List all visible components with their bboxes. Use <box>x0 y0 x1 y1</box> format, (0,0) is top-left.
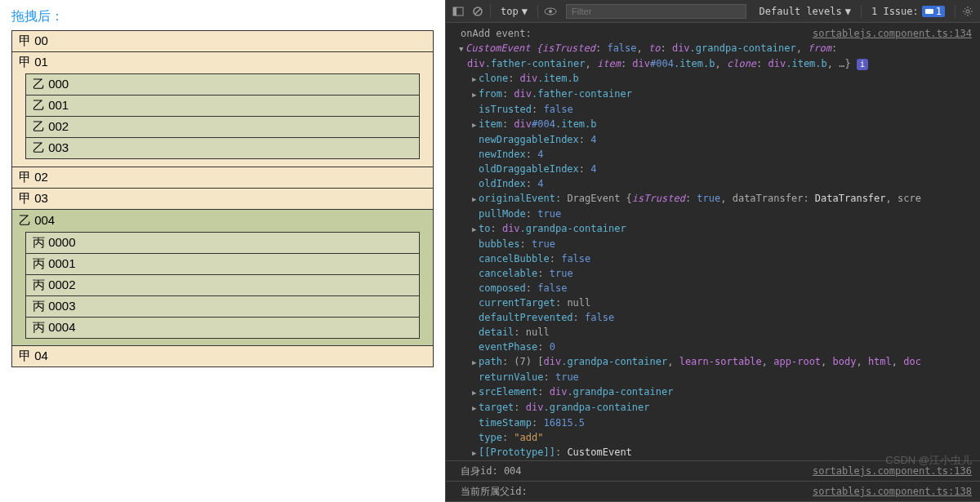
grandpa-container[interactable]: 甲 00甲 01乙 000乙 001乙 002乙 003甲 02甲 03乙 00… <box>11 30 434 367</box>
expand-icon[interactable] <box>459 42 466 56</box>
log-line: eventPhase: 0 <box>446 340 980 354</box>
expand-icon[interactable] <box>472 385 479 399</box>
filter-input[interactable] <box>566 4 746 19</box>
expand-icon[interactable] <box>472 355 479 369</box>
expand-icon[interactable] <box>472 118 479 131</box>
log-line: srcElement: div.grandpa-container <box>446 384 980 400</box>
execution-context-selector[interactable]: top ▼ <box>496 4 532 19</box>
expand-icon[interactable] <box>472 222 479 236</box>
log-line: div.father-container, item: div#004.item… <box>446 56 980 71</box>
svg-rect-6 <box>925 9 933 14</box>
log-line: clone: div.item.b <box>446 71 980 87</box>
log-line: CustomEvent {isTrusted: false, to: div.g… <box>446 41 980 56</box>
chevron-down-icon: ▼ <box>522 6 528 17</box>
list-item[interactable]: 甲 04 <box>12 345 433 367</box>
log-line: oldIndex: 4 <box>446 176 980 191</box>
svg-point-7 <box>966 10 969 13</box>
source-link[interactable]: sortablejs.component.ts:134 <box>813 27 972 40</box>
log-line: currentTarget: null <box>446 295 980 310</box>
list-item[interactable]: 丙 0000 <box>26 233 419 253</box>
info-icon[interactable]: i <box>857 59 868 70</box>
toggle-sidebar-icon[interactable] <box>451 4 466 19</box>
gear-icon[interactable] <box>960 4 975 19</box>
list-item[interactable]: 丙 0002 <box>26 274 419 295</box>
svg-point-5 <box>549 10 552 13</box>
devtools-console: top ▼ Default levels ▼ 1 Issue: 1 onAdd … <box>445 0 980 502</box>
expand-icon[interactable] <box>472 446 479 460</box>
list-item[interactable]: 乙 000 <box>26 74 419 95</box>
log-line: originalEvent: DragEvent {isTrusted: tru… <box>446 191 980 207</box>
log-line: onAdd event:sortablejs.component.ts:134 <box>446 26 980 41</box>
list-item[interactable]: 甲 02 <box>12 167 433 188</box>
chevron-down-icon: ▼ <box>845 6 851 17</box>
log-line: cancelBubble: false <box>446 251 980 266</box>
log-line: target: div.grandpa-container <box>446 400 980 415</box>
list-item[interactable]: 甲 00 <box>12 31 433 51</box>
list-item[interactable]: 乙 001 <box>26 95 419 116</box>
log-line: timeStamp: 16815.5 <box>446 415 980 430</box>
list-item[interactable]: 甲 03 <box>12 188 433 209</box>
log-line: returnValue: true <box>446 370 980 384</box>
log-line: newIndex: 4 <box>446 147 980 162</box>
expand-icon[interactable] <box>472 72 479 86</box>
log-line: to: div.grandpa-container <box>446 221 980 237</box>
log-line: bubbles: true <box>446 237 980 251</box>
nested-container[interactable]: 乙 000乙 001乙 002乙 003 <box>25 73 420 159</box>
log-line: detail: null <box>446 325 980 340</box>
list-item[interactable]: 乙 004丙 0000丙 0001丙 0002丙 0003丙 0004 <box>12 209 433 345</box>
list-item[interactable]: 乙 002 <box>26 116 419 137</box>
console-toolbar: top ▼ Default levels ▼ 1 Issue: 1 <box>446 0 980 23</box>
nested-container[interactable]: 丙 0000丙 0001丙 0002丙 0003丙 0004 <box>25 232 420 339</box>
log-line: 当前所属父id:sortablejs.component.ts:138 <box>446 481 980 501</box>
issues-button[interactable]: 1 Issue: 1 <box>866 4 950 19</box>
expand-icon[interactable] <box>472 401 479 415</box>
log-line: composed: false <box>446 281 980 295</box>
issue-count-badge: 1 <box>922 6 945 17</box>
panel-title: 拖拽后： <box>11 8 434 25</box>
list-item[interactable]: 乙 003 <box>26 137 419 158</box>
clear-console-icon[interactable] <box>470 4 485 19</box>
log-line: oldDraggableIndex: 4 <box>446 162 980 176</box>
sortable-demo-panel: 拖拽后： 甲 00甲 01乙 000乙 001乙 002乙 003甲 02甲 0… <box>0 0 445 502</box>
log-line: from: div.father-container <box>446 87 980 102</box>
log-levels-selector[interactable]: Default levels ▼ <box>755 4 856 19</box>
list-item[interactable]: 丙 0001 <box>26 253 419 274</box>
source-link[interactable]: sortablejs.component.ts:138 <box>813 485 972 498</box>
log-line: item: div#004.item.b <box>446 117 980 132</box>
log-line: newDraggableIndex: 4 <box>446 132 980 147</box>
eye-icon[interactable] <box>543 4 558 19</box>
svg-rect-1 <box>453 7 457 16</box>
console-output[interactable]: onAdd event:sortablejs.component.ts:134C… <box>446 23 980 502</box>
log-line: type: "add" <box>446 430 980 445</box>
list-item[interactable]: 丙 0004 <box>26 317 419 338</box>
expand-icon[interactable] <box>472 192 479 206</box>
list-item[interactable]: 甲 01乙 000乙 001乙 002乙 003 <box>12 51 433 167</box>
log-line: pullMode: true <box>446 207 980 221</box>
log-line: isTrusted: false <box>446 102 980 117</box>
list-item[interactable]: 丙 0003 <box>26 295 419 317</box>
svg-line-3 <box>474 8 481 15</box>
log-line: defaultPrevented: false <box>446 310 980 325</box>
log-line: cancelable: true <box>446 266 980 281</box>
expand-icon[interactable] <box>472 87 479 101</box>
log-line: path: (7) [div.grandpa-container, learn-… <box>446 354 980 370</box>
watermark: CSDN @江小虫儿 <box>885 453 972 468</box>
